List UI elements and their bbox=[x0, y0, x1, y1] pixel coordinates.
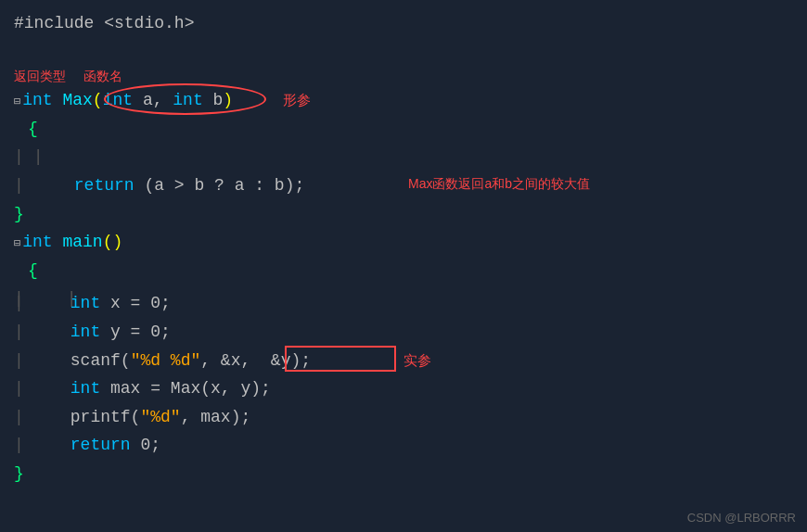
vert-bar-6: | bbox=[14, 289, 24, 318]
keyword-int-main: int bbox=[22, 228, 52, 257]
keyword-int-max: int bbox=[22, 86, 52, 115]
printf-args: , max); bbox=[181, 403, 251, 432]
printf-call: printf( bbox=[70, 403, 141, 432]
func-name-main: main bbox=[62, 228, 102, 257]
keyword-int-max2: int bbox=[70, 374, 100, 403]
brace-open-2: { bbox=[28, 257, 38, 285]
printf-format: "%d" bbox=[140, 403, 180, 432]
scanf-call: scanf( bbox=[70, 347, 131, 375]
line-int-max-assign: | int max = Max(x, y); bbox=[0, 374, 807, 403]
annotation-formal-param: 形参 bbox=[283, 88, 311, 112]
brace-open-1: { bbox=[28, 115, 38, 144]
line-scanf: | scanf( "%d %d" , &x, &y); 实参 bbox=[0, 347, 807, 375]
brace-close-1: } bbox=[14, 200, 24, 229]
scanf-format: "%d %d" bbox=[131, 347, 201, 375]
vert-bar-7: | bbox=[14, 318, 24, 347]
annotation-comment-max: Max函数返回a和b之间的较大值 bbox=[408, 173, 590, 196]
param-b: b bbox=[213, 86, 224, 115]
line-return0: | return 0; bbox=[0, 431, 807, 460]
vert-bar-9: | bbox=[14, 374, 24, 403]
watermark: CSDN @LRBORRR bbox=[687, 511, 796, 525]
vert-bar-8: | bbox=[14, 347, 24, 375]
annotation-func-name: 函数名 bbox=[83, 66, 122, 88]
scanf-comma: , bbox=[200, 347, 221, 375]
line-int-x: | int x = 0; bbox=[0, 289, 807, 318]
annotation-return-type: 返回类型 bbox=[14, 66, 66, 88]
param-int1: int bbox=[103, 86, 133, 115]
var-x-decl: x = 0; bbox=[100, 289, 171, 318]
func-name-max: Max bbox=[62, 86, 92, 115]
keyword-return: return bbox=[74, 171, 134, 200]
line-brace-open-1: { bbox=[0, 115, 807, 144]
param-a: a, bbox=[143, 86, 163, 115]
keyword-return0: return bbox=[70, 431, 131, 460]
line-main-def: ⊟ int main () bbox=[0, 228, 807, 257]
keyword-int-y: int bbox=[70, 318, 100, 347]
vert-bar-3: | bbox=[14, 171, 24, 200]
line-annotation1: 返回类型 函数名 bbox=[0, 66, 807, 86]
line-brace-open-2: { bbox=[0, 257, 807, 285]
line-return: | return (a > b ? a : b); Max函数返回a和b之间的较… bbox=[0, 171, 807, 200]
vert-bar-1: | bbox=[14, 143, 24, 171]
vert-bar-11: | bbox=[14, 431, 24, 460]
return0-val: 0; bbox=[131, 431, 160, 460]
param-int2: int bbox=[173, 86, 202, 115]
line-brace-close-2: } bbox=[0, 460, 807, 488]
line-int-y: | int y = 0; bbox=[0, 318, 807, 347]
brace-close-2: } bbox=[14, 460, 24, 488]
keyword-int-x: int bbox=[70, 289, 100, 318]
annotation-actual-param: 实参 bbox=[404, 348, 431, 373]
line-blank1 bbox=[0, 38, 807, 67]
code-editor: #include <stdio.h> 返回类型 函数名 ⊟ int Max ( … bbox=[0, 0, 807, 532]
return-expr: (a > b ? a : b); bbox=[134, 171, 305, 200]
main-parens: () bbox=[103, 228, 123, 257]
line-max-def: ⊟ int Max ( int a, int b ) 形参 bbox=[0, 86, 807, 115]
max-assign-text: max = Max(x, y); bbox=[100, 374, 271, 403]
vert-bar-2: | bbox=[33, 143, 44, 171]
var-y-decl: y = 0; bbox=[100, 318, 171, 347]
line-brace-close-1: } bbox=[0, 200, 807, 229]
collapse-icon-2: ⊟ bbox=[14, 234, 20, 253]
include-text: #include <stdio.h> bbox=[14, 9, 194, 38]
line-bar1: | | bbox=[0, 143, 807, 171]
line-include: #include <stdio.h> bbox=[0, 9, 807, 38]
paren-close: ) bbox=[223, 86, 233, 115]
vert-bar-10: | bbox=[14, 403, 24, 432]
scanf-args: &x, &y); bbox=[221, 347, 311, 375]
line-printf: | printf( "%d" , max); bbox=[0, 403, 807, 432]
collapse-icon-1: ⊟ bbox=[14, 93, 20, 111]
paren-open: ( bbox=[93, 86, 103, 115]
